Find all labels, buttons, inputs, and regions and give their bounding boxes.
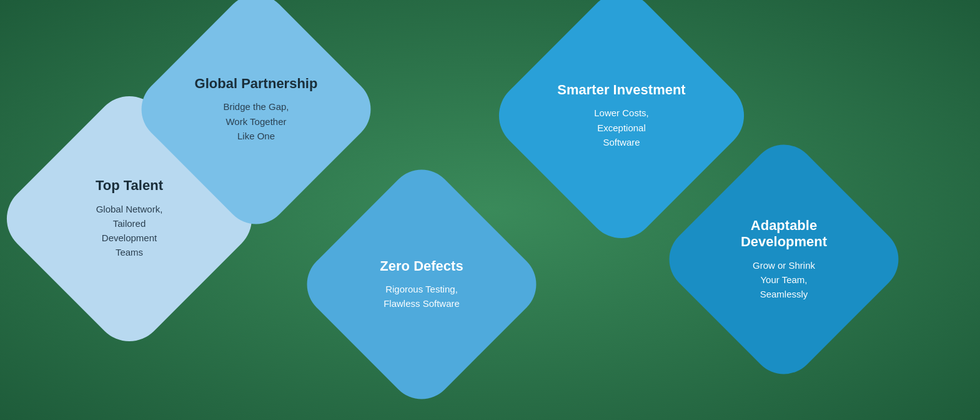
adaptable-development-subtitle: Grow or Shrink Your Team, Seamlessly [753, 258, 815, 302]
smarter-investment-subtitle: Lower Costs, Exceptional Software [594, 106, 649, 149]
top-talent-subtitle: Global Network, Tailored Development Tea… [96, 202, 163, 260]
global-partnership-subtitle: Bridge the Gap, Work Together Like One [223, 99, 289, 143]
smarter-investment-title: Smarter Investment [557, 82, 685, 98]
adaptable-development-diamond: Adaptable Development Grow or Shrink You… [656, 131, 912, 388]
global-partnership-title: Global Partnership [195, 76, 318, 92]
top-talent-title: Top Talent [96, 178, 163, 194]
zero-defects-subtitle: Rigorous Testing, Flawless Software [384, 282, 460, 311]
zero-defects-title: Zero Defects [380, 258, 463, 274]
main-container: Top Talent Global Network, Tailored Deve… [0, 0, 980, 420]
adaptable-development-title: Adaptable Development [706, 218, 862, 251]
zero-defects-diamond: Zero Defects Rigorous Testing, Flawless … [294, 156, 550, 412]
